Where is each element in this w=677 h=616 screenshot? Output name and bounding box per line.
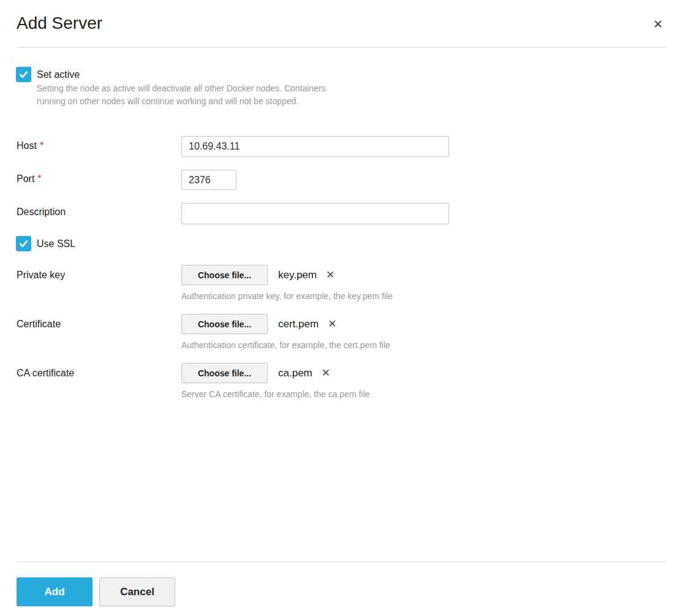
page-title: Add Server: [17, 13, 102, 33]
certificate-remove-icon[interactable]: ✕: [328, 319, 336, 329]
private-key-filename: key.pem: [278, 269, 317, 281]
description-input[interactable]: [181, 203, 449, 224]
set-active-checkbox[interactable]: [16, 67, 31, 82]
private-key-remove-icon[interactable]: ✕: [326, 270, 335, 280]
ca-certificate-remove-icon[interactable]: ✕: [322, 368, 330, 378]
checkmark-icon: [18, 238, 29, 249]
certificate-label: Certificate: [17, 319, 61, 330]
private-key-label: Private key: [17, 270, 65, 281]
certificate-file-row: Choose file... cert.pem ✕: [181, 314, 336, 334]
host-label: Host*: [17, 140, 43, 151]
private-key-help-text: Authentication private key, for example,…: [181, 290, 393, 303]
header-divider: [17, 47, 667, 48]
footer-divider: [17, 561, 667, 562]
private-key-choose-file-button[interactable]: Choose file...: [181, 265, 268, 285]
ca-certificate-help-text: Server CA certificate, for example, the …: [181, 388, 369, 401]
required-asterisk: *: [40, 140, 43, 151]
ca-certificate-file-row: Choose file... ca.pem ✕: [181, 363, 330, 383]
ca-certificate-label: CA certificate: [17, 368, 74, 379]
close-icon: ✕: [653, 18, 663, 30]
description-label: Description: [17, 207, 66, 218]
port-input[interactable]: [181, 170, 236, 190]
ca-certificate-choose-file-button[interactable]: Choose file...: [181, 363, 268, 383]
port-label: Port*: [17, 173, 42, 184]
certificate-help-text: Authentication certificate, for example,…: [181, 339, 390, 352]
cancel-button[interactable]: Cancel: [99, 577, 175, 606]
private-key-file-row: Choose file... key.pem ✕: [181, 265, 335, 285]
use-ssl-label[interactable]: Use SSL: [37, 238, 75, 249]
close-button[interactable]: ✕: [650, 16, 666, 32]
add-button[interactable]: Add: [17, 577, 93, 606]
use-ssl-checkbox[interactable]: [16, 236, 31, 251]
checkmark-icon: [18, 69, 29, 80]
certificate-filename: cert.pem: [278, 318, 319, 330]
host-input[interactable]: [181, 136, 449, 157]
certificate-choose-file-button[interactable]: Choose file...: [181, 314, 268, 334]
set-active-label[interactable]: Set active: [37, 69, 80, 80]
ca-certificate-filename: ca.pem: [278, 367, 312, 379]
required-asterisk: *: [37, 173, 41, 184]
set-active-help-text: Setting the node as active will deactiva…: [37, 82, 346, 108]
